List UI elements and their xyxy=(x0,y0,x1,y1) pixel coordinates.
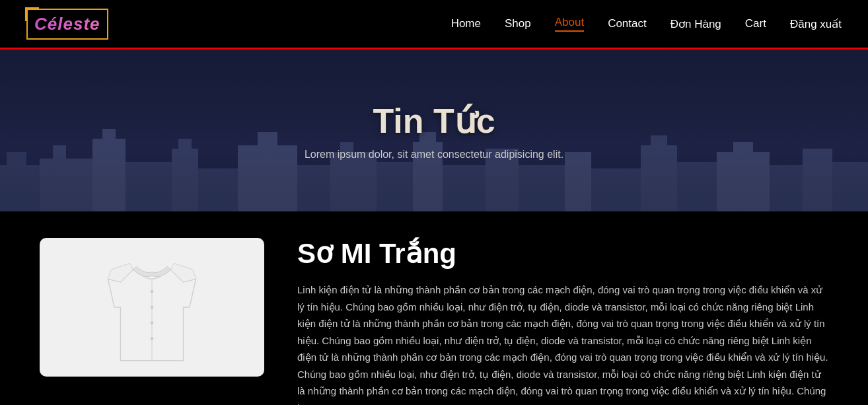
svg-point-35 xyxy=(151,337,154,340)
hero-subtitle: Lorem ipsum dolor, sit amet consectetur … xyxy=(305,149,563,161)
svg-rect-1 xyxy=(7,152,26,165)
svg-rect-6 xyxy=(126,162,172,211)
article-title: Sơ MI Trắng xyxy=(297,238,828,270)
svg-rect-12 xyxy=(297,165,330,211)
logo[interactable]: Céleste xyxy=(26,9,108,40)
nav-about[interactable]: About xyxy=(555,16,584,32)
svg-rect-15 xyxy=(377,162,413,211)
svg-rect-24 xyxy=(651,135,667,145)
svg-rect-25 xyxy=(677,162,717,211)
main-nav: Home Shop About Contact Đơn Hàng Cart Đă… xyxy=(451,16,842,32)
svg-rect-7 xyxy=(172,149,198,211)
svg-rect-2 xyxy=(40,159,92,211)
svg-rect-29 xyxy=(803,149,832,211)
svg-point-34 xyxy=(151,321,154,324)
nav-contact[interactable]: Contact xyxy=(608,17,647,30)
svg-rect-0 xyxy=(0,165,40,211)
svg-rect-5 xyxy=(102,129,116,139)
svg-rect-11 xyxy=(258,132,277,145)
svg-point-32 xyxy=(151,290,154,293)
article-content: Sơ MI Trắng Linh kiện điện tử là những t… xyxy=(297,238,828,405)
svg-rect-8 xyxy=(178,139,192,149)
svg-point-33 xyxy=(151,306,154,309)
svg-rect-9 xyxy=(198,168,238,211)
svg-rect-3 xyxy=(53,145,66,159)
logo-text: Céleste xyxy=(34,14,100,34)
nav-orders[interactable]: Đơn Hàng xyxy=(670,17,721,31)
svg-rect-30 xyxy=(832,162,868,211)
svg-rect-13 xyxy=(330,152,377,211)
article-section: Sơ MI Trắng Linh kiện điện tử là những t… xyxy=(0,211,868,405)
svg-rect-22 xyxy=(591,168,641,211)
nav-logout[interactable]: Đăng xuất xyxy=(790,17,842,31)
svg-rect-10 xyxy=(238,145,297,211)
nav-cart[interactable]: Cart xyxy=(745,17,766,30)
hero-banner: Tin Tức Lorem ipsum dolor, sit amet cons… xyxy=(0,50,868,211)
article-description: Linh kiện điện tử là những thành phần cơ… xyxy=(297,281,828,405)
svg-rect-4 xyxy=(92,139,126,211)
svg-rect-28 xyxy=(770,165,803,211)
site-header: Céleste Home Shop About Contact Đơn Hàng… xyxy=(0,0,868,50)
product-image xyxy=(40,238,264,377)
svg-rect-23 xyxy=(641,145,677,211)
nav-shop[interactable]: Shop xyxy=(505,17,531,30)
svg-rect-27 xyxy=(733,142,753,152)
svg-rect-20 xyxy=(519,165,565,211)
svg-rect-21 xyxy=(565,152,591,211)
hero-title: Tin Tức xyxy=(373,101,495,141)
svg-rect-18 xyxy=(443,165,486,211)
nav-home[interactable]: Home xyxy=(451,17,481,30)
svg-rect-26 xyxy=(717,152,770,211)
